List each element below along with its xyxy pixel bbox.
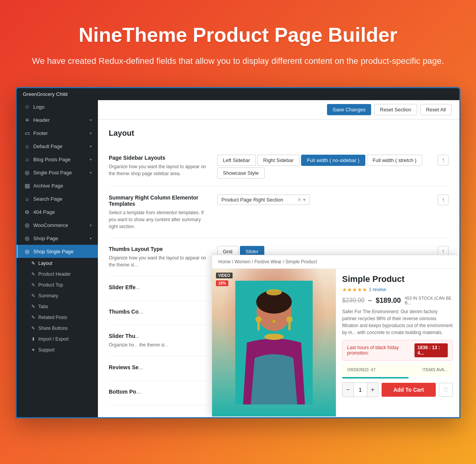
collapse-arrow-icon[interactable]: ↑: [438, 194, 449, 205]
setting-desc-thumbs-layout-type: Organize how you want the layout to appe…: [109, 254, 209, 268]
sidebar-sub-item-tabs[interactable]: ✎ Tabs: [17, 301, 98, 312]
sidebar-sub-item-product-top[interactable]: ✎ Product Top: [17, 280, 98, 290]
sidebar-sub-label-summary: Summary: [38, 293, 58, 299]
shop-icon: ◎: [24, 235, 30, 241]
discount-badge: 18%: [216, 280, 228, 286]
save-changes-button[interactable]: Save Changes: [327, 104, 371, 115]
quantity-input[interactable]: [353, 383, 367, 397]
price-row: $230.00 – $189.00 453 IN STOCK (CAN BE B…: [342, 296, 453, 305]
home-icon: ⌂: [24, 143, 30, 149]
ordered-label: ORDERED: 47: [347, 367, 375, 372]
sidebar-label-header: Header: [33, 117, 50, 123]
chevron-down-icon: ▾: [90, 223, 92, 227]
items-available-label: ITEMS AVA...: [422, 367, 448, 372]
chevron-down-icon: ▾: [90, 131, 92, 135]
content-area: Save Changes Reset Section Reset All Lay…: [98, 100, 459, 417]
sidebar-sub-item-import-export[interactable]: ⬇ Import / Export: [17, 334, 98, 345]
sidebar-label-404-page: 404 Page: [33, 209, 55, 215]
svg-rect-6: [257, 322, 260, 330]
sidebar-item-logo[interactable]: ☆ Logo: [17, 100, 98, 113]
sidebar-sub-item-related-posts[interactable]: ✎ Related Posts: [17, 312, 98, 323]
chevron-down-icon: ▾: [90, 157, 92, 162]
sidebar-item-shop-page[interactable]: ◎ Shop Page ▾: [17, 232, 98, 245]
sidebar-sub-label-share-buttons: Share Buttons: [38, 326, 68, 331]
option-left-sidebar[interactable]: Left Sidebar: [217, 155, 256, 166]
order-bar: ORDERED: 47 ITEMS AVA...: [342, 364, 453, 375]
edit-icon: ✎: [31, 293, 35, 299]
price-new: $189.00: [376, 297, 401, 305]
wishlist-button[interactable]: ♡: [439, 383, 453, 397]
edit-icon: ✎: [31, 315, 35, 320]
reset-all-button[interactable]: Reset All: [420, 104, 452, 115]
price-separator: –: [368, 297, 372, 304]
chevron-down-icon: ▾: [90, 171, 92, 175]
quantity-increase-button[interactable]: +: [367, 383, 378, 397]
sidebar-sub-item-support[interactable]: ✦ Support: [17, 345, 98, 355]
option-full-width-stretch[interactable]: Full width ( stretch ): [367, 155, 422, 166]
setting-desc-summary-right-column: Select a template from elementor templat…: [109, 209, 209, 230]
summary-template-select[interactable]: Product Page Right Section ✕ ▾: [217, 194, 310, 205]
search-icon: ⌕: [24, 196, 30, 202]
option-right-sidebar[interactable]: Right Sidebar: [257, 155, 300, 166]
setting-label-thumbs-layout-type: Thumbs Layout Type: [109, 246, 209, 252]
quantity-decrease-button[interactable]: −: [342, 383, 353, 397]
edit-icon: ✎: [31, 326, 35, 331]
promo-timer: 1836 : 13 : 4...: [414, 343, 448, 357]
single-page-icon: ◎: [24, 248, 30, 254]
sidebar-label-woocommerce: WooCommerce: [33, 222, 68, 228]
svg-point-4: [264, 334, 284, 340]
setting-label-page-sidebar-layouts: Page Sidebar Layouts: [109, 155, 209, 161]
sidebar-sub-item-product-header[interactable]: ✎ Product Header: [17, 269, 98, 280]
sidebar-item-404-page[interactable]: ⊖ 404 Page: [17, 205, 98, 218]
chevron-down-icon: ▾: [90, 118, 92, 122]
sidebar-item-footer[interactable]: ▭ Footer ▾: [17, 126, 98, 140]
sidebar-item-default-page[interactable]: ⌂ Default Page ▾: [17, 140, 98, 153]
sidebar-label-logo: Logo: [33, 104, 45, 110]
setting-row-page-sidebar-layouts: Page Sidebar Layouts Organize how you wa…: [109, 147, 449, 187]
setting-label-bottom-popup: Bottom Po...: [109, 389, 209, 395]
chevron-down-icon: ▾: [90, 236, 92, 241]
setting-label-thumbs-count: Thumbs Co...: [109, 309, 209, 315]
sidebar-item-shop-single-page[interactable]: ◎ Shop Single Page: [17, 245, 98, 258]
add-to-cart-button[interactable]: Add To Cart: [382, 383, 436, 397]
option-showcase-style[interactable]: Showcase Style: [217, 167, 265, 179]
sidebar-sub-item-summary[interactable]: ✎ Summary: [17, 290, 98, 301]
clear-select-icon[interactable]: ✕ ▾: [297, 197, 306, 203]
support-icon: ✦: [31, 347, 35, 353]
product-review-count: 1 review: [369, 287, 386, 292]
collapse-arrow-icon[interactable]: ↑: [438, 155, 449, 165]
sidebar-sub-label-product-header: Product Header: [38, 271, 71, 277]
sidebar-label-blog-posts-page: Blog Posts Page: [33, 157, 70, 162]
hero-description: We have created Redux-defined fields tha…: [8, 54, 468, 68]
sidebar-item-blog-posts-page[interactable]: ⌂ Blog Posts Page ▾: [17, 153, 98, 166]
promo-text: Last hours of black friday promotion:: [347, 345, 414, 356]
option-full-width-no-sidebar[interactable]: Full width ( no-sidebar ): [301, 155, 365, 166]
product-image-svg: [235, 281, 313, 404]
sidebar-sub-label-related-posts: Related Posts: [38, 315, 67, 320]
sidebar-sub-label-layout: Layout: [38, 261, 52, 266]
edit-icon: ✎: [31, 304, 35, 309]
sidebar-item-header[interactable]: ≡ Header ▾: [17, 113, 98, 126]
product-content: VIDEO 18% Simple Product ★★★★★ 1 review …: [212, 269, 459, 416]
ui-container: GreenGrocery Child ☆ Logo ≡ Header ▾: [15, 87, 461, 418]
reset-section-button[interactable]: Reset Section: [374, 104, 417, 115]
product-info-panel: Simple Product ★★★★★ 1 review $230.00 – …: [336, 269, 459, 416]
chevron-down-icon: ▾: [90, 144, 92, 148]
hero-section: NineTheme Product Page Builder We have c…: [0, 0, 476, 87]
sidebar-item-archive-page[interactable]: ▤ Archive Page: [17, 179, 98, 192]
setting-row-summary-right-column: Summary Right Column Elementor Templates…: [109, 187, 449, 238]
svg-point-7: [286, 316, 293, 322]
order-progress-bar: [342, 377, 409, 379]
sidebar-item-single-post-page[interactable]: ◎ Single Post Page ▾: [17, 166, 98, 179]
sidebar-sub-item-layout[interactable]: ✎ Layout: [17, 258, 98, 269]
product-image-area: VIDEO 18%: [212, 269, 336, 416]
sidebar-item-search-page[interactable]: ⌕ Search Page: [17, 192, 98, 205]
price-old: $230.00: [342, 297, 365, 304]
sidebar-label-single-post-page: Single Post Page: [33, 170, 72, 176]
sidebar-sub-label-import-export: Import / Export: [38, 336, 69, 342]
sidebar-item-woocommerce[interactable]: ◎ WooCommerce ▾: [17, 218, 98, 232]
admin-bar-site-name: GreenGrocery Child: [23, 91, 68, 97]
sidebar-sub-item-share-buttons[interactable]: ✎ Share Buttons: [17, 323, 98, 334]
svg-point-5: [255, 316, 262, 322]
folder-icon: ▤: [24, 183, 30, 189]
